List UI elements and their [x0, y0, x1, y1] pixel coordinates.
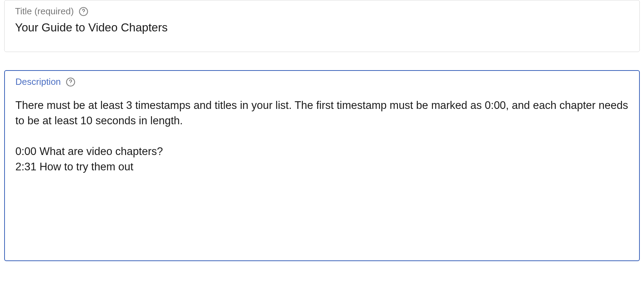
title-label-row: Title (required) — [15, 6, 629, 17]
svg-point-3 — [70, 84, 71, 84]
help-circle-icon[interactable] — [79, 7, 88, 16]
description-textarea[interactable] — [15, 91, 629, 189]
help-circle-icon[interactable] — [66, 77, 75, 87]
svg-point-1 — [83, 13, 84, 14]
description-label-row: Description — [15, 76, 629, 87]
title-input[interactable] — [15, 21, 629, 34]
description-label: Description — [15, 76, 61, 87]
title-label: Title (required) — [15, 6, 74, 17]
title-field-container: Title (required) — [4, 0, 640, 52]
description-field-container: Description — [4, 70, 640, 261]
